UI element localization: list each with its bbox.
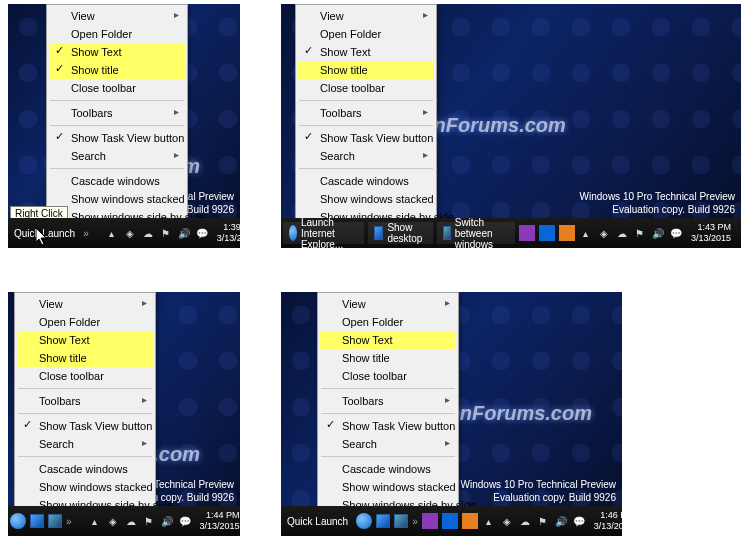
tray-volume-icon[interactable]: 🔊: [651, 226, 665, 240]
taskbar-context-menu[interactable]: View Open Folder Show Text Show title Cl…: [317, 292, 459, 536]
tray-onedrive-icon[interactable]: ☁: [518, 514, 532, 528]
menu-show-title[interactable]: Show title: [17, 349, 153, 367]
tray-icon[interactable]: [519, 225, 535, 241]
menu-open-folder[interactable]: Open Folder: [17, 313, 153, 331]
taskbar-chevron-icon[interactable]: »: [410, 516, 420, 527]
tray-notifications-icon[interactable]: 💬: [195, 226, 209, 240]
tray-icon[interactable]: [422, 513, 438, 529]
taskbar-switch-windows-label: Switch between windows: [455, 217, 509, 249]
menu-show-task-view[interactable]: Show Task View button: [298, 129, 434, 147]
menu-stacked[interactable]: Show windows stacked: [17, 478, 153, 496]
tray-icon[interactable]: [559, 225, 575, 241]
clock-date: 3/13/2015: [691, 233, 731, 244]
tray-network-icon[interactable]: ◈: [500, 514, 514, 528]
taskbar[interactable]: » ▴ ◈ ☁ ⚑ 🔊 💬 1:44 PM 3/13/2015: [8, 506, 240, 536]
menu-show-text[interactable]: Show Text: [17, 331, 153, 349]
taskbar-clock[interactable]: 1:39 PM 3/13/2015: [211, 222, 240, 244]
tray-notifications-icon[interactable]: 💬: [178, 514, 192, 528]
menu-search[interactable]: Search: [49, 147, 185, 165]
taskbar-switch-windows-button[interactable]: Switch between windows: [437, 222, 515, 244]
menu-view[interactable]: View: [17, 295, 153, 313]
menu-view[interactable]: View: [298, 7, 434, 25]
menu-open-folder[interactable]: Open Folder: [320, 313, 456, 331]
tray-volume-icon[interactable]: 🔊: [554, 514, 568, 528]
menu-stacked[interactable]: Show windows stacked: [49, 190, 185, 208]
menu-close-toolbar[interactable]: Close toolbar: [298, 79, 434, 97]
switch-windows-icon[interactable]: [394, 513, 408, 529]
menu-show-task-view[interactable]: Show Task View button: [49, 129, 185, 147]
menu-toolbars[interactable]: Toolbars: [49, 104, 185, 122]
tray-up-icon[interactable]: ▴: [88, 514, 102, 528]
menu-show-title[interactable]: Show title: [298, 61, 434, 79]
taskbar-show-desktop-button[interactable]: Show desktop: [368, 222, 433, 244]
taskbar[interactable]: Quick Launch » ▴ ◈ ☁ ⚑ 🔊 💬 1:39 PM 3/13/…: [8, 218, 240, 248]
ie-icon[interactable]: [10, 513, 26, 529]
menu-separator: [321, 456, 455, 457]
tray-icon[interactable]: [539, 225, 555, 241]
menu-close-toolbar[interactable]: Close toolbar: [17, 367, 153, 385]
tray-volume-icon[interactable]: 🔊: [177, 226, 191, 240]
menu-close-toolbar[interactable]: Close toolbar: [49, 79, 185, 97]
tray-icon[interactable]: [462, 513, 478, 529]
taskbar-clock[interactable]: 1:46 PM 3/13/2015: [588, 510, 622, 532]
menu-search[interactable]: Search: [320, 435, 456, 453]
menu-stacked[interactable]: Show windows stacked: [320, 478, 456, 496]
menu-view[interactable]: View: [320, 295, 456, 313]
taskbar-launch-ie[interactable]: Launch Internet Explore...: [283, 222, 364, 244]
menu-search[interactable]: Search: [298, 147, 434, 165]
tray-notifications-icon[interactable]: 💬: [572, 514, 586, 528]
taskbar-context-menu[interactable]: View Open Folder Show Text Show title Cl…: [295, 4, 437, 248]
tray-up-icon[interactable]: ▴: [579, 226, 593, 240]
menu-toolbars[interactable]: Toolbars: [320, 392, 456, 410]
ie-icon[interactable]: [356, 513, 372, 529]
taskbar[interactable]: Quick Launch » ▴ ◈ ☁ ⚑ 🔊 💬 1:46 PM 3/13/…: [281, 506, 622, 536]
taskbar-chevron-icon[interactable]: »: [64, 516, 74, 527]
taskbar-quick-launch-label[interactable]: Quick Launch: [8, 228, 81, 239]
menu-show-task-view[interactable]: Show Task View button: [320, 417, 456, 435]
switch-windows-icon[interactable]: [48, 513, 62, 529]
taskbar-clock[interactable]: 1:44 PM 3/13/2015: [194, 510, 240, 532]
tray-icon[interactable]: [442, 513, 458, 529]
menu-open-folder[interactable]: Open Folder: [49, 25, 185, 43]
tray-onedrive-icon[interactable]: ☁: [615, 226, 629, 240]
show-desktop-icon[interactable]: [376, 513, 390, 529]
menu-cascade[interactable]: Cascade windows: [320, 460, 456, 478]
tray-up-icon[interactable]: ▴: [482, 514, 496, 528]
tray-network-icon[interactable]: ◈: [123, 226, 137, 240]
menu-show-title[interactable]: Show title: [49, 61, 185, 79]
show-desktop-icon[interactable]: [30, 513, 44, 529]
tray-flag-icon[interactable]: ⚑: [142, 514, 156, 528]
menu-show-text-label: Show Text: [342, 334, 393, 346]
tray-flag-icon[interactable]: ⚑: [159, 226, 173, 240]
menu-open-folder[interactable]: Open Folder: [298, 25, 434, 43]
menu-cascade[interactable]: Cascade windows: [17, 460, 153, 478]
menu-cascade[interactable]: Cascade windows: [49, 172, 185, 190]
menu-show-text[interactable]: Show Text: [49, 43, 185, 61]
menu-show-task-view[interactable]: Show Task View button: [17, 417, 153, 435]
tray-onedrive-icon[interactable]: ☁: [124, 514, 138, 528]
menu-show-text[interactable]: Show Text: [320, 331, 456, 349]
menu-search[interactable]: Search: [17, 435, 153, 453]
taskbar-chevron-icon[interactable]: »: [81, 228, 91, 239]
tray-network-icon[interactable]: ◈: [597, 226, 611, 240]
menu-search-label: Search: [342, 438, 377, 450]
menu-close-toolbar[interactable]: Close toolbar: [320, 367, 456, 385]
menu-toolbars[interactable]: Toolbars: [17, 392, 153, 410]
tray-flag-icon[interactable]: ⚑: [633, 226, 647, 240]
menu-show-title[interactable]: Show title: [320, 349, 456, 367]
taskbar[interactable]: Launch Internet Explore... Show desktop …: [281, 218, 741, 248]
tray-up-icon[interactable]: ▴: [105, 226, 119, 240]
menu-cascade[interactable]: Cascade windows: [298, 172, 434, 190]
menu-toolbars[interactable]: Toolbars: [298, 104, 434, 122]
menu-view[interactable]: View: [49, 7, 185, 25]
taskbar-context-menu[interactable]: View Open Folder Show Text Show title Cl…: [14, 292, 156, 536]
taskbar-quick-launch-label[interactable]: Quick Launch: [281, 516, 354, 527]
tray-network-icon[interactable]: ◈: [106, 514, 120, 528]
tray-notifications-icon[interactable]: 💬: [669, 226, 683, 240]
menu-stacked[interactable]: Show windows stacked: [298, 190, 434, 208]
tray-onedrive-icon[interactable]: ☁: [141, 226, 155, 240]
tray-volume-icon[interactable]: 🔊: [160, 514, 174, 528]
taskbar-clock[interactable]: 1:43 PM 3/13/2015: [685, 222, 737, 244]
menu-show-text[interactable]: Show Text: [298, 43, 434, 61]
tray-flag-icon[interactable]: ⚑: [536, 514, 550, 528]
